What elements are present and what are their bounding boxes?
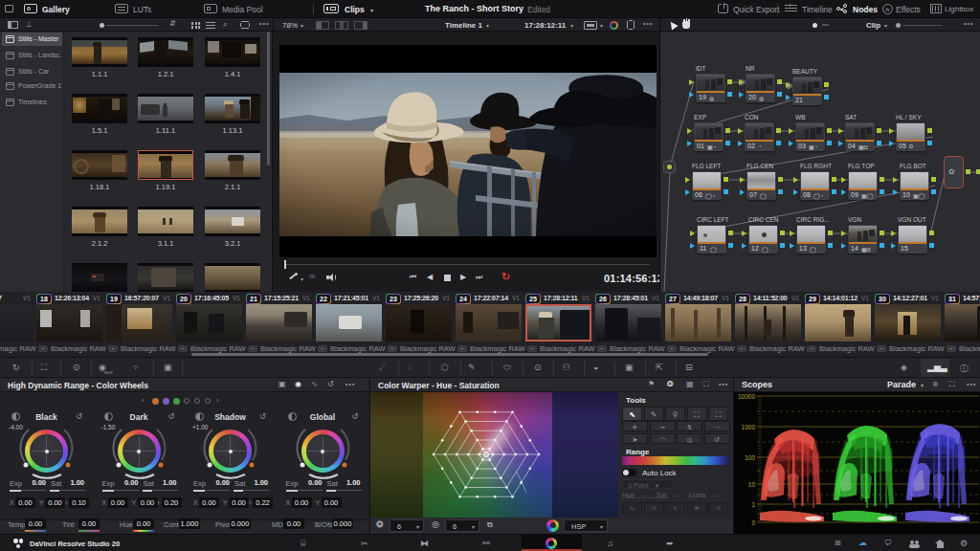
- svg-text:0: 0: [751, 519, 755, 526]
- svg-text:1: 1: [751, 501, 755, 508]
- svg-text:10: 10: [748, 481, 756, 488]
- svg-text:10000: 10000: [738, 393, 755, 400]
- svg-text:100: 100: [745, 454, 755, 461]
- svg-text:1000: 1000: [742, 424, 756, 430]
